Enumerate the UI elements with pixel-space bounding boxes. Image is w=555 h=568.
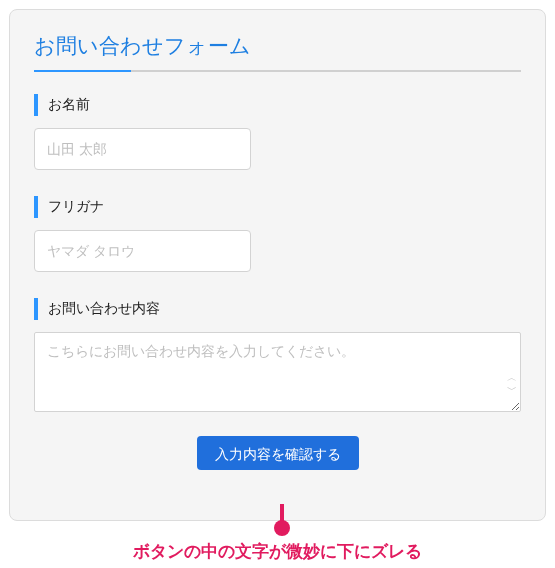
- inquiry-label: お問い合わせ内容: [34, 298, 521, 320]
- form-title: お問い合わせフォーム: [34, 32, 521, 70]
- furigana-input[interactable]: [34, 230, 251, 272]
- contact-form-panel: お問い合わせフォーム お名前 フリガナ お問い合わせ内容 ︿ ﹀ 入力内容を確認…: [9, 9, 546, 521]
- submit-row: 入力内容を確認する: [34, 436, 521, 470]
- title-underline: [34, 70, 521, 72]
- name-input[interactable]: [34, 128, 251, 170]
- name-label: お名前: [34, 94, 521, 116]
- inquiry-textarea-wrap: ︿ ﹀: [34, 332, 521, 436]
- furigana-label: フリガナ: [34, 196, 521, 218]
- submit-button[interactable]: 入力内容を確認する: [197, 436, 359, 470]
- inquiry-textarea[interactable]: [34, 332, 521, 412]
- annotation-caption: ボタンの中の文字が微妙に下にズレる: [0, 540, 555, 563]
